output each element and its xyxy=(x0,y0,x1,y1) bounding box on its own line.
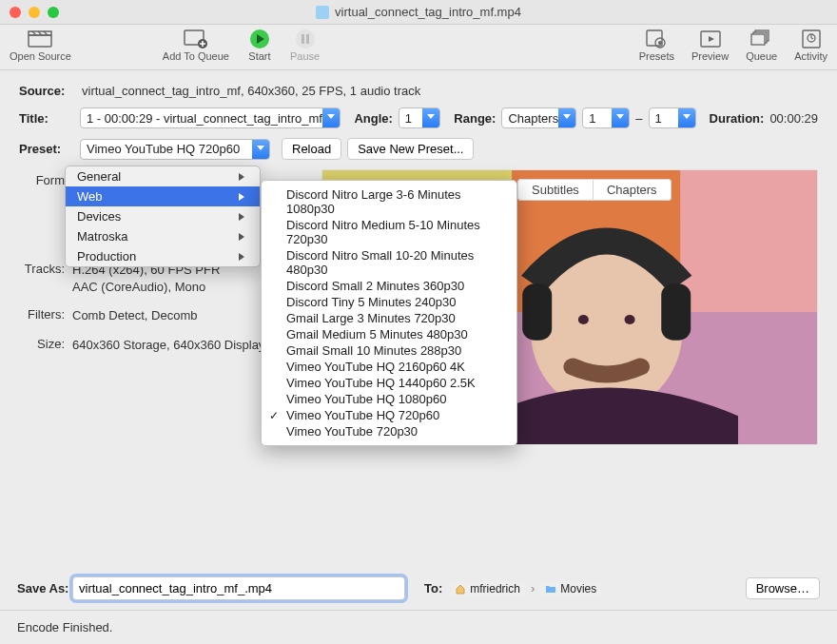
svg-rect-22 xyxy=(661,283,691,341)
preset-web-item[interactable]: Discord Tiny 5 Minutes 240p30 xyxy=(262,294,516,310)
preset-web-item[interactable]: Gmail Medium 5 Minutes 480p30 xyxy=(262,326,516,342)
preset-web-item[interactable]: Discord Nitro Medium 5-10 Minutes 720p30 xyxy=(262,217,516,247)
pause-button: Pause xyxy=(290,29,320,62)
chevron-right-icon xyxy=(239,213,248,221)
check-icon: ✓ xyxy=(269,409,279,422)
close-window-button[interactable] xyxy=(10,7,21,18)
tabs-strip: Subtitles Chapters xyxy=(517,179,672,201)
filters-label: Filters: xyxy=(19,307,72,324)
svg-rect-13 xyxy=(751,34,765,45)
status-text: Encode Finished. xyxy=(17,620,112,634)
source-label: Source: xyxy=(19,84,74,98)
chevron-right-icon xyxy=(239,233,248,241)
queue-button[interactable]: Queue xyxy=(746,29,777,62)
title-select[interactable]: 1 - 00:00:29 - virtual_connect_tag_intro… xyxy=(80,107,341,128)
activity-icon xyxy=(798,29,825,49)
play-icon xyxy=(246,29,273,49)
preset-web-submenu[interactable]: Discord Nitro Large 3-6 Minutes 1080p30D… xyxy=(261,180,517,446)
start-button[interactable]: Start xyxy=(246,29,273,62)
preset-select[interactable]: Vimeo YouTube HQ 720p60 xyxy=(80,139,270,160)
svg-point-24 xyxy=(625,315,635,324)
minimize-window-button[interactable] xyxy=(29,7,40,18)
save-as-input[interactable] xyxy=(72,576,405,600)
svg-rect-0 xyxy=(29,35,51,47)
preset-menu-production[interactable]: Production xyxy=(66,246,260,266)
preset-web-item[interactable]: Vimeo YouTube HQ 1080p60 xyxy=(262,391,516,407)
window-title: virtual_connect_tag_intro_mf.mp4 xyxy=(335,5,521,19)
browse-button[interactable]: Browse… xyxy=(746,577,820,599)
svg-point-9 xyxy=(658,41,662,45)
range-to-select[interactable]: 1 xyxy=(649,107,696,128)
user-home-chip[interactable]: mfriedrich xyxy=(450,581,525,596)
add-to-queue-button[interactable]: Add To Queue xyxy=(163,29,229,62)
chevron-right-icon: › xyxy=(531,581,535,595)
preset-label: Preset: xyxy=(19,142,74,156)
folder-icon xyxy=(545,584,556,594)
duration-label: Duration: xyxy=(710,111,765,126)
presets-icon xyxy=(643,29,670,49)
svg-rect-6 xyxy=(306,34,309,44)
angle-label: Angle: xyxy=(354,111,392,126)
preset-menu-web[interactable]: Web xyxy=(66,186,260,206)
preview-button[interactable]: Preview xyxy=(691,29,729,62)
fullscreen-window-button[interactable] xyxy=(48,7,59,18)
svg-point-4 xyxy=(296,29,315,49)
preset-web-item[interactable]: Vimeo YouTube 720p30 xyxy=(262,423,516,439)
file-icon xyxy=(316,6,329,19)
preset-web-item[interactable]: Vimeo YouTube HQ 720p60✓ xyxy=(262,407,516,423)
size-label: Size: xyxy=(19,337,72,354)
range-from-select[interactable]: 1 xyxy=(582,107,630,128)
reload-button[interactable]: Reload xyxy=(282,138,341,160)
open-source-button[interactable]: Open Source xyxy=(10,29,71,62)
movies-folder-chip[interactable]: Movies xyxy=(540,581,601,596)
preset-web-item[interactable]: Discord Nitro Small 10-20 Minutes 480p30 xyxy=(262,247,516,278)
preset-menu-devices[interactable]: Devices xyxy=(66,206,260,226)
activity-button[interactable]: Activity xyxy=(794,29,827,62)
queue-icon xyxy=(749,29,775,49)
svg-point-23 xyxy=(578,315,589,324)
svg-rect-21 xyxy=(522,283,552,341)
preset-web-item[interactable]: Vimeo YouTube HQ 2160p60 4K xyxy=(262,359,516,375)
main-toolbar: Open Source Add To Queue Start Pause Pre… xyxy=(0,25,837,70)
duration-value: 00:00:29 xyxy=(769,111,818,126)
tab-subtitles[interactable]: Subtitles xyxy=(517,179,594,201)
presets-button[interactable]: Presets xyxy=(639,29,674,62)
home-icon xyxy=(455,583,466,595)
chevron-right-icon xyxy=(239,253,248,261)
range-mode-select[interactable]: Chapters xyxy=(501,107,576,128)
preset-web-item[interactable]: Discord Nitro Large 3-6 Minutes 1080p30 xyxy=(262,186,516,217)
save-as-label: Save As: xyxy=(17,581,72,595)
status-bar: Encode Finished. xyxy=(0,610,837,644)
tab-chapters[interactable]: Chapters xyxy=(594,179,672,201)
preset-menu-matroska[interactable]: Matroska xyxy=(66,226,260,246)
svg-rect-14 xyxy=(803,30,820,48)
tracks-label: Tracks: xyxy=(19,262,72,296)
preset-web-item[interactable]: Gmail Small 10 Minutes 288p30 xyxy=(262,342,516,359)
preview-icon xyxy=(697,29,724,49)
title-label: Title: xyxy=(19,111,74,126)
angle-select[interactable]: 1 xyxy=(399,107,441,128)
preset-web-item[interactable]: Discord Small 2 Minutes 360p30 xyxy=(262,278,516,294)
range-dash: – xyxy=(635,111,642,126)
image-plus-icon xyxy=(183,29,209,49)
svg-rect-5 xyxy=(302,34,304,44)
chevron-right-icon xyxy=(239,193,248,201)
preset-category-menu[interactable]: General Web Devices Matroska Production xyxy=(65,166,261,267)
save-new-preset-button[interactable]: Save New Preset... xyxy=(347,138,474,160)
range-label: Range: xyxy=(454,111,496,126)
clapperboard-icon xyxy=(27,29,53,49)
window-titlebar: virtual_connect_tag_intro_mf.mp4 xyxy=(0,0,837,25)
to-label: To: xyxy=(424,581,442,595)
pause-icon xyxy=(292,29,319,49)
chevron-right-icon xyxy=(239,173,248,181)
source-value: virtual_connect_tag_intro_mf, 640x360, 2… xyxy=(82,84,420,98)
preset-web-item[interactable]: Gmail Large 3 Minutes 720p30 xyxy=(262,310,516,326)
preset-menu-general[interactable]: General xyxy=(66,166,260,186)
preset-web-item[interactable]: Vimeo YouTube HQ 1440p60 2.5K xyxy=(262,375,516,391)
